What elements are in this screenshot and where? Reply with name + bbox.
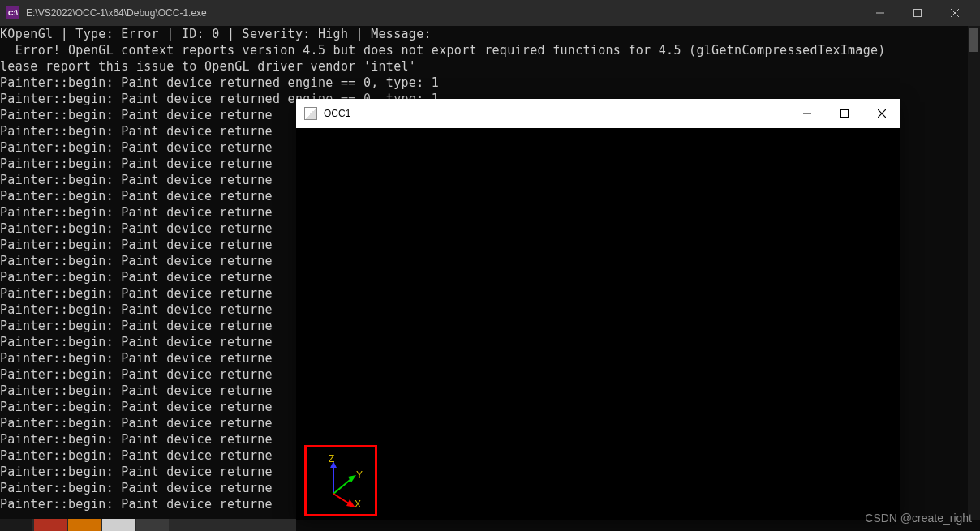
watermark-text: CSDN @create_right <box>865 512 972 525</box>
axis-x-label: X <box>355 499 361 510</box>
close-button[interactable] <box>936 0 974 26</box>
occ1-title: OCC1 <box>324 108 789 119</box>
occ1-minimize-button[interactable] <box>789 99 826 128</box>
occ1-app-icon <box>304 107 317 120</box>
occ1-window: OCC1 <box>296 99 900 520</box>
occ1-window-controls <box>789 99 900 128</box>
occ1-maximize-button[interactable] <box>826 99 863 128</box>
console-titlebar: C:\ E:\VS2022\OCC-1\x64\Debug\OCC-1.exe <box>0 0 980 26</box>
minimize-button[interactable] <box>862 0 899 26</box>
maximize-button[interactable] <box>899 0 936 26</box>
console-window-controls <box>862 0 974 26</box>
axis-z-label: Z <box>329 453 334 465</box>
scrollbar-thumb[interactable] <box>969 28 978 52</box>
svg-rect-5 <box>841 110 849 118</box>
occ1-titlebar: OCC1 <box>296 99 900 128</box>
occ1-3d-viewport[interactable]: Z Y X <box>296 128 900 520</box>
console-title: E:\VS2022\OCC-1\x64\Debug\OCC-1.exe <box>26 7 862 19</box>
occ1-close-button[interactable] <box>863 99 900 128</box>
taskbar-fragment <box>0 519 296 531</box>
axis-trihedron: Z Y X <box>311 452 372 512</box>
axis-y-label: Y <box>356 469 363 481</box>
console-app-icon: C:\ <box>6 6 19 19</box>
console-scrollbar[interactable] <box>968 26 980 520</box>
svg-rect-1 <box>914 10 922 17</box>
